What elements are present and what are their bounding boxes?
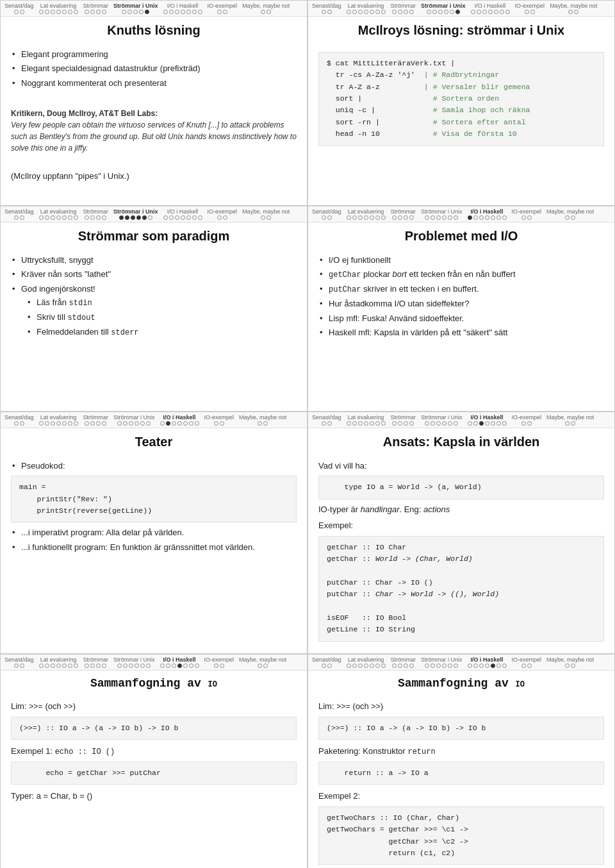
dot	[261, 10, 265, 14]
header-io-exempel: IO-exempel	[515, 3, 545, 14]
header-strommar-unix: Strömmar i Unix	[421, 656, 463, 668]
dot	[521, 664, 526, 668]
dot	[398, 10, 402, 14]
dot	[261, 215, 265, 220]
dot	[123, 664, 127, 668]
dot	[258, 421, 262, 426]
dot	[525, 10, 529, 14]
header-lat: Lat evaluering	[347, 3, 386, 14]
dot	[494, 10, 498, 14]
header-maybe: Maybe, maybe not	[546, 414, 594, 426]
dot	[266, 215, 271, 220]
dot	[183, 421, 188, 426]
dot	[425, 421, 429, 426]
header-maybe: Maybe, maybe not	[546, 208, 594, 220]
dot	[14, 664, 19, 668]
sammanfogning2-lim: Lim: >>= (och >>)	[318, 700, 604, 713]
slide-content-teater: Pseudokod: main = printStr("Rev: ") prin…	[1, 455, 307, 563]
slide-header-knuths: Senast/dag Lat evaluering	[1, 1, 307, 17]
dot	[404, 421, 408, 426]
dot-filled	[177, 664, 182, 668]
dot	[375, 215, 380, 220]
dot	[425, 664, 429, 668]
dot	[436, 215, 441, 220]
dot	[45, 421, 49, 426]
dot-filled	[125, 215, 129, 220]
dot	[322, 215, 326, 220]
dot	[430, 664, 435, 668]
sammanfogning1-code: echo = getChar >>= putChar	[11, 762, 297, 785]
header-strommar: Strömmar	[391, 656, 416, 668]
dot	[74, 215, 78, 220]
dot	[14, 10, 19, 14]
dot	[409, 10, 414, 14]
slide-title-strommar-paradigm: Strömmar som paradigm	[1, 222, 307, 249]
dot	[172, 421, 176, 426]
dot	[68, 10, 72, 14]
dot	[502, 664, 507, 668]
dot	[166, 664, 170, 668]
critic-block: Kritikern, Doug McIlroy, AT&T Bell Labs:…	[11, 108, 297, 154]
header-io-haskell: I/O i Haskell	[160, 656, 199, 668]
dot	[45, 215, 49, 220]
dot	[39, 215, 44, 220]
dot	[14, 421, 19, 426]
dot	[436, 664, 441, 668]
ansats-code: getChar :: IO Char getChar :: World -> (…	[318, 536, 604, 642]
dot-filled	[145, 10, 149, 14]
dot	[500, 10, 504, 14]
list-item: I/O ej funktionellt	[318, 254, 604, 267]
dot	[352, 215, 357, 220]
list-item: Hur åstadkomma I/O utan sideffekter?	[318, 297, 604, 310]
slide-content-sammanfogning-1: Lim: >>= (och >>) (>>=) :: IO a -> (a ->…	[1, 695, 307, 810]
ansats-type-sig: type IO a = World -> (a, World)	[318, 476, 604, 499]
header-io-exempel: IO-exempel	[204, 414, 234, 426]
slide-header-problemet-io: Senast/dag Lat evaluering	[308, 206, 614, 222]
sammanfogning2-exempel2: Exempel 2:	[318, 790, 604, 803]
dot	[454, 664, 458, 668]
sammanfogning1-typer: Typer: a = Char, b = ()	[11, 790, 297, 803]
header-lat: Lat evaluering	[39, 656, 78, 668]
list-item: Pseudokod:	[11, 460, 297, 472]
dot	[438, 10, 443, 14]
header-io-haskell: I/O i Haskell	[163, 208, 202, 220]
dot	[436, 421, 441, 426]
dot	[327, 215, 332, 220]
dot	[496, 664, 501, 668]
dot	[565, 215, 570, 220]
dot	[473, 421, 478, 426]
dot	[398, 664, 402, 668]
dot	[198, 215, 202, 220]
dot	[223, 215, 227, 220]
dot	[358, 215, 363, 220]
dot	[468, 664, 472, 668]
slide-teater: Senast/dag Lat evaluering	[0, 412, 308, 654]
header-strommar: Strömmar	[83, 414, 109, 426]
slide-problemet-io: Senast/dag Lat evaluering	[308, 206, 615, 412]
dot	[258, 664, 262, 668]
dot	[398, 421, 402, 426]
dot	[496, 421, 501, 426]
dot	[358, 664, 363, 668]
dot	[427, 10, 431, 14]
dot	[485, 215, 489, 220]
dot	[479, 664, 484, 668]
dot	[370, 664, 374, 668]
sammanfogning2-paketering: Paketering: Konstruktor return	[318, 745, 604, 758]
dot	[96, 421, 101, 426]
slide-sammanfogning-1: Senast/dag Lat evaluering	[0, 655, 308, 868]
header-lat: Lat evaluering	[347, 208, 386, 220]
header-lat: Lat evaluering	[347, 656, 386, 668]
dot	[217, 215, 222, 220]
dot	[117, 664, 122, 668]
dot	[117, 421, 122, 426]
header-lat: Lat evaluering	[39, 208, 78, 220]
dot	[381, 421, 386, 426]
dot	[39, 421, 44, 426]
header-strommar: Strömmar	[83, 208, 109, 220]
dot	[468, 421, 472, 426]
dot	[160, 421, 165, 426]
list-item: Noggrant kommenterat och presenterat	[11, 77, 297, 90]
dot	[381, 664, 386, 668]
dot	[62, 10, 67, 14]
